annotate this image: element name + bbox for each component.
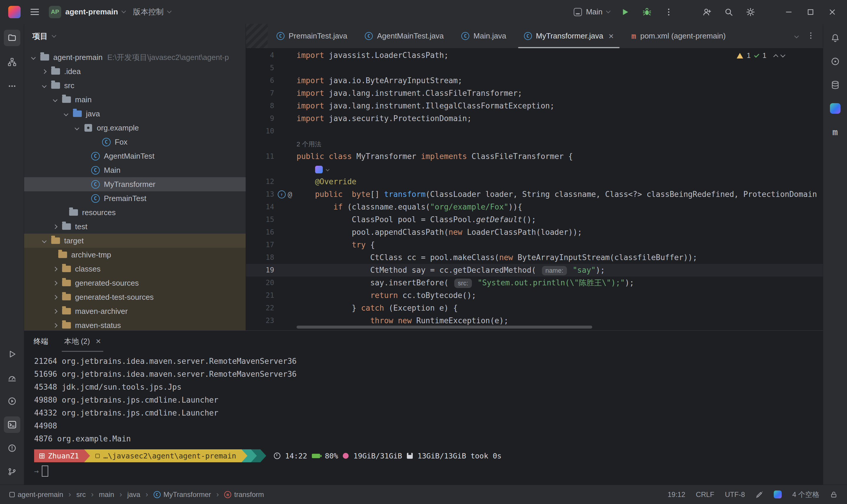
terminal-input-line[interactable]: → xyxy=(34,465,823,478)
code-line-14[interactable]: 14 if (classname.equals("org/example/Fox… xyxy=(246,201,823,213)
code-line-23[interactable]: 23 throw new RuntimeException(e); xyxy=(246,314,823,327)
vcs-widget[interactable]: 版本控制 xyxy=(133,7,171,17)
terminal-output[interactable]: 21264 org.jetbrains.idea.maven.server.Re… xyxy=(24,352,823,485)
code-line-5[interactable]: 5 xyxy=(246,62,823,74)
maximize-icon[interactable] xyxy=(804,5,817,19)
tree-item-main[interactable]: CMain xyxy=(24,163,246,177)
tree-item-resources[interactable]: resources xyxy=(24,205,246,219)
breadcrumb-src[interactable]: src xyxy=(76,490,86,499)
tree-item-target[interactable]: target xyxy=(24,234,246,248)
tree-item-src[interactable]: src xyxy=(24,78,246,93)
tree-item-premaintest[interactable]: CPremainTest xyxy=(24,191,246,205)
problems-icon[interactable] xyxy=(4,440,20,456)
breadcrumb-agent-premain[interactable]: agent-premain xyxy=(10,490,63,499)
structure-icon[interactable] xyxy=(4,54,20,70)
chevron-down-icon[interactable] xyxy=(53,97,58,102)
gradient-logo-icon[interactable] xyxy=(827,100,844,117)
ai-status-icon[interactable] xyxy=(774,490,782,499)
code-line-19[interactable]: 19 CtMethod say = cc.getDeclaredMethod( … xyxy=(246,264,823,276)
tree-item-generated-sources[interactable]: generated-sources xyxy=(24,276,246,290)
terminal-prompt[interactable]: ZhuanZ1 …\javasec2\agent\agent-premain xyxy=(34,449,823,462)
prev-problem-icon[interactable] xyxy=(774,54,778,59)
tree-item-fox[interactable]: CFox xyxy=(24,135,246,149)
indent-config[interactable]: 4 个空格 xyxy=(792,490,819,499)
chevron-right-icon[interactable] xyxy=(53,281,58,285)
more-icon[interactable] xyxy=(4,78,20,94)
breadcrumb-mytransformer[interactable]: CMyTransformer xyxy=(154,490,211,499)
breadcrumb-transform[interactable]: mtransform xyxy=(224,490,264,499)
next-problem-icon[interactable] xyxy=(780,53,785,58)
chevron-down-icon[interactable] xyxy=(75,125,80,130)
code-line-17[interactable]: 17 try { xyxy=(246,239,823,251)
horizontal-scrollbar[interactable] xyxy=(297,326,592,328)
lock-icon[interactable] xyxy=(830,491,837,499)
tab-options-kebab-icon[interactable] xyxy=(807,32,815,40)
more-actions-icon[interactable] xyxy=(662,5,675,19)
code-line-12[interactable]: 12 @Override xyxy=(246,176,823,188)
chevron-right-icon[interactable] xyxy=(53,309,58,313)
annotate-pen-icon[interactable] xyxy=(756,491,763,499)
tab-agentmaintest-java[interactable]: CAgentMainTest.java xyxy=(356,24,452,48)
version-control-icon[interactable] xyxy=(4,464,20,480)
terminal-tab-local[interactable]: 本地 (2) × xyxy=(62,330,103,352)
tree-item-idea[interactable]: .idea xyxy=(24,65,246,78)
code-line-18[interactable]: 18 CtClass cc = pool.makeClass(new ByteA… xyxy=(246,251,823,264)
hamburger-menu-icon[interactable] xyxy=(28,5,41,19)
code-line-20[interactable]: 20 say.insertBefore( src: "System.out.pr… xyxy=(246,276,823,289)
debug-button[interactable] xyxy=(640,5,653,19)
chevron-down-icon[interactable] xyxy=(42,238,47,243)
tree-item-agentmaintest[interactable]: CAgentMainTest xyxy=(24,149,246,163)
chevron-right-icon[interactable] xyxy=(53,267,58,271)
tree-item-maven-archiver[interactable]: maven-archiver xyxy=(24,304,246,318)
code-line-21[interactable]: 21 return cc.toBytecode(); xyxy=(246,289,823,302)
line-separator[interactable]: CRLF xyxy=(696,490,714,499)
close-terminal-tab-icon[interactable]: × xyxy=(96,337,101,346)
chevron-right-icon[interactable] xyxy=(53,295,58,300)
code-line-22[interactable]: 22 } catch (Exception e) { xyxy=(246,302,823,314)
profiler-icon[interactable] xyxy=(4,370,20,386)
code-line-13[interactable]: 13↑@ public byte[] transform(ClassLoader… xyxy=(246,188,823,201)
code-line-8[interactable]: 8import java.lang.instrument.IllegalClas… xyxy=(246,100,823,112)
run-icon[interactable] xyxy=(4,346,20,362)
tree-item-maven-status[interactable]: maven-status xyxy=(24,318,246,330)
code-line-11[interactable]: 11public class MyTransformer implements … xyxy=(246,150,823,163)
chevron-down-icon[interactable] xyxy=(64,111,69,116)
code-line-4[interactable]: 4import javassist.LoaderClassPath; xyxy=(246,49,823,62)
project-icon[interactable] xyxy=(4,30,20,46)
code-inlay-line[interactable]: 2 个用法 xyxy=(246,138,823,150)
chevron-right-icon[interactable] xyxy=(53,323,58,328)
run-button[interactable] xyxy=(619,5,632,19)
tree-item-java[interactable]: java xyxy=(24,107,246,121)
annotation-gutter-icon[interactable]: @ xyxy=(288,188,292,201)
code-with-me-icon[interactable] xyxy=(701,5,713,19)
code-line-6[interactable]: 6import java.io.ByteArrayInputStream; xyxy=(246,74,823,87)
ai-assistant-icon[interactable] xyxy=(827,53,844,70)
tree-item-org-example[interactable]: org.example xyxy=(24,121,246,135)
tree-item-main[interactable]: main xyxy=(24,93,246,107)
tab-pom-xml-agent-premain[interactable]: mpom.xml (agent-premain) xyxy=(623,24,734,48)
database-icon[interactable] xyxy=(827,77,844,93)
code-editor[interactable]: 4import javassist.LoaderClassPath;56impo… xyxy=(246,49,823,330)
tab-mytransformer-java[interactable]: CMyTransformer.java× xyxy=(515,24,623,48)
tree-item-mytransformer[interactable]: CMyTransformer xyxy=(24,177,246,191)
project-panel-header[interactable]: 项目 xyxy=(24,24,246,49)
code-line-7[interactable]: 7import java.lang.instrument.ClassFileTr… xyxy=(246,87,823,100)
chevron-right-icon[interactable] xyxy=(53,224,58,229)
chevron-down-icon[interactable] xyxy=(42,83,47,88)
tab-premaintest-java[interactable]: CPremainTest.java xyxy=(268,24,356,48)
breadcrumb-java[interactable]: java xyxy=(127,490,140,499)
code-inlay-line[interactable] xyxy=(246,163,823,176)
overrides-method-icon[interactable]: ↑ xyxy=(278,191,286,198)
close-icon[interactable] xyxy=(826,5,839,19)
settings-gear-icon[interactable] xyxy=(744,5,757,19)
services-icon[interactable] xyxy=(4,393,20,409)
code-line-9[interactable]: 9import java.security.ProtectionDomain; xyxy=(246,112,823,125)
run-configuration-widget[interactable]: Main xyxy=(574,7,610,16)
tab-main-java[interactable]: CMain.java xyxy=(452,24,515,48)
tree-item-generated-test-sources[interactable]: generated-test-sources xyxy=(24,290,246,304)
terminal-icon[interactable] xyxy=(4,416,20,433)
breadcrumb-main[interactable]: main xyxy=(99,490,114,499)
maven-icon[interactable]: m xyxy=(827,124,844,140)
minimize-icon[interactable] xyxy=(782,5,795,19)
project-widget[interactable]: AP agent-premain xyxy=(49,6,125,18)
